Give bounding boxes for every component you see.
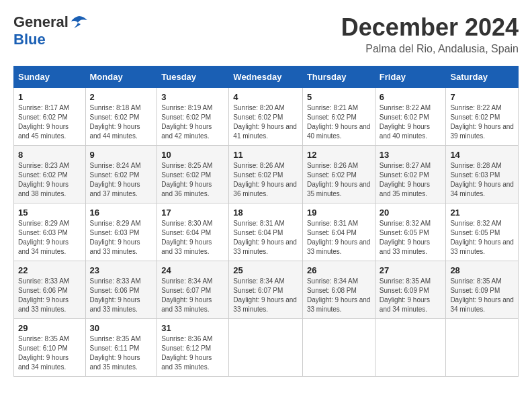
sunrise-label: Sunrise: 8:36 AM — [161, 335, 212, 342]
day-number: 12 — [307, 150, 371, 160]
daylight-label: Daylight: 9 hours and 33 minutes. — [233, 296, 297, 313]
table-row: 30 Sunrise: 8:35 AM Sunset: 6:11 PM Dayl… — [85, 319, 157, 377]
table-row: 9 Sunrise: 8:24 AM Sunset: 6:02 PM Dayli… — [85, 146, 157, 203]
table-row: 20 Sunrise: 8:32 AM Sunset: 6:05 PM Dayl… — [375, 203, 446, 261]
sunrise-label: Sunrise: 8:22 AM — [450, 104, 501, 111]
sunrise-label: Sunrise: 8:34 AM — [161, 277, 212, 285]
sunrise-label: Sunrise: 8:29 AM — [90, 220, 141, 227]
sunrise-label: Sunrise: 8:30 AM — [161, 220, 212, 227]
table-row: 23 Sunrise: 8:33 AM Sunset: 6:06 PM Dayl… — [85, 261, 157, 319]
calendar-week-row: 15 Sunrise: 8:29 AM Sunset: 6:03 PM Dayl… — [14, 203, 519, 261]
sunset-label: Sunset: 6:02 PM — [18, 171, 68, 179]
day-info: Sunrise: 8:23 AM Sunset: 6:02 PM Dayligh… — [18, 161, 81, 199]
table-row: 2 Sunrise: 8:18 AM Sunset: 6:02 PM Dayli… — [85, 88, 157, 146]
sunrise-label: Sunrise: 8:25 AM — [161, 162, 212, 169]
day-number: 6 — [380, 92, 442, 102]
table-row: 11 Sunrise: 8:26 AM Sunset: 6:02 PM Dayl… — [229, 146, 303, 203]
day-info: Sunrise: 8:35 AM Sunset: 6:10 PM Dayligh… — [18, 334, 81, 372]
day-info: Sunrise: 8:29 AM Sunset: 6:03 PM Dayligh… — [18, 219, 81, 257]
daylight-label: Daylight: 9 hours and 33 minutes. — [90, 296, 140, 313]
table-row: 28 Sunrise: 8:35 AM Sunset: 6:09 PM Dayl… — [446, 261, 519, 319]
sunset-label: Sunset: 6:02 PM — [161, 171, 211, 179]
day-number: 17 — [161, 208, 224, 218]
sunset-label: Sunset: 6:08 PM — [307, 287, 357, 294]
day-number: 25 — [233, 265, 298, 275]
sunrise-label: Sunrise: 8:26 AM — [233, 162, 284, 169]
sunset-label: Sunset: 6:02 PM — [380, 113, 429, 121]
day-number: 28 — [450, 265, 514, 275]
day-number: 13 — [380, 150, 442, 160]
sunset-label: Sunset: 6:05 PM — [380, 229, 429, 236]
calendar-week-row: 8 Sunrise: 8:23 AM Sunset: 6:02 PM Dayli… — [14, 146, 519, 203]
day-number: 16 — [90, 208, 153, 218]
daylight-label: Daylight: 9 hours and 40 minutes. — [307, 123, 371, 140]
daylight-label: Daylight: 9 hours and 35 minutes. — [161, 354, 212, 371]
day-info: Sunrise: 8:24 AM Sunset: 6:02 PM Dayligh… — [90, 161, 153, 199]
daylight-label: Daylight: 9 hours and 45 minutes. — [18, 123, 69, 140]
table-row: 13 Sunrise: 8:27 AM Sunset: 6:02 PM Dayl… — [375, 146, 446, 203]
table-row: 21 Sunrise: 8:32 AM Sunset: 6:05 PM Dayl… — [446, 203, 519, 261]
table-row: 12 Sunrise: 8:26 AM Sunset: 6:02 PM Dayl… — [302, 146, 375, 203]
day-number: 10 — [161, 150, 224, 160]
sunset-label: Sunset: 6:02 PM — [233, 171, 283, 179]
table-row: 19 Sunrise: 8:31 AM Sunset: 6:04 PM Dayl… — [302, 203, 375, 261]
logo-general-text: General — [13, 13, 69, 31]
sunset-label: Sunset: 6:03 PM — [90, 229, 140, 236]
sunrise-label: Sunrise: 8:19 AM — [161, 104, 212, 111]
table-row: 5 Sunrise: 8:21 AM Sunset: 6:02 PM Dayli… — [302, 88, 375, 146]
table-row: 7 Sunrise: 8:22 AM Sunset: 6:02 PM Dayli… — [446, 88, 519, 146]
day-number: 8 — [18, 150, 81, 160]
day-info: Sunrise: 8:31 AM Sunset: 6:04 PM Dayligh… — [307, 219, 371, 257]
sunrise-label: Sunrise: 8:35 AM — [18, 335, 69, 342]
day-info: Sunrise: 8:34 AM Sunset: 6:08 PM Dayligh… — [307, 277, 371, 314]
day-number: 2 — [90, 92, 153, 102]
sunset-label: Sunset: 6:02 PM — [233, 113, 283, 121]
sunset-label: Sunset: 6:10 PM — [18, 345, 68, 352]
sunrise-label: Sunrise: 8:31 AM — [233, 220, 284, 227]
day-number: 14 — [450, 150, 514, 160]
sunrise-label: Sunrise: 8:31 AM — [307, 220, 358, 227]
daylight-label: Daylight: 9 hours and 33 minutes. — [380, 238, 430, 255]
day-number: 4 — [233, 92, 298, 102]
table-row — [446, 319, 519, 377]
day-number: 22 — [18, 265, 81, 275]
day-info: Sunrise: 8:26 AM Sunset: 6:02 PM Dayligh… — [307, 161, 371, 199]
day-info: Sunrise: 8:27 AM Sunset: 6:02 PM Dayligh… — [380, 161, 442, 199]
table-row: 3 Sunrise: 8:19 AM Sunset: 6:02 PM Dayli… — [157, 88, 229, 146]
logo-bird-icon — [70, 15, 89, 30]
sunset-label: Sunset: 6:07 PM — [233, 287, 283, 294]
sunrise-label: Sunrise: 8:27 AM — [380, 162, 431, 169]
day-number: 29 — [18, 323, 81, 333]
day-number: 15 — [18, 208, 81, 218]
table-row: 25 Sunrise: 8:34 AM Sunset: 6:07 PM Dayl… — [229, 261, 303, 319]
header-tuesday: Tuesday — [157, 66, 229, 88]
calendar-table: Sunday Monday Tuesday Wednesday Thursday… — [13, 66, 519, 377]
sunrise-label: Sunrise: 8:34 AM — [307, 277, 358, 285]
sunset-label: Sunset: 6:02 PM — [450, 113, 500, 121]
sunset-label: Sunset: 6:06 PM — [18, 287, 68, 294]
day-number: 5 — [307, 92, 371, 102]
table-row: 1 Sunrise: 8:17 AM Sunset: 6:02 PM Dayli… — [14, 88, 86, 146]
table-row: 26 Sunrise: 8:34 AM Sunset: 6:08 PM Dayl… — [302, 261, 375, 319]
day-info: Sunrise: 8:33 AM Sunset: 6:06 PM Dayligh… — [18, 277, 81, 314]
header-monday: Monday — [85, 66, 157, 88]
day-info: Sunrise: 8:22 AM Sunset: 6:02 PM Dayligh… — [450, 103, 514, 141]
day-info: Sunrise: 8:31 AM Sunset: 6:04 PM Dayligh… — [233, 219, 298, 257]
table-row — [375, 319, 446, 377]
sunset-label: Sunset: 6:12 PM — [161, 345, 211, 352]
day-number: 18 — [233, 208, 298, 218]
table-row: 8 Sunrise: 8:23 AM Sunset: 6:02 PM Dayli… — [14, 146, 86, 203]
table-row: 31 Sunrise: 8:36 AM Sunset: 6:12 PM Dayl… — [157, 319, 229, 377]
day-number: 24 — [161, 265, 224, 275]
day-number: 7 — [450, 92, 514, 102]
sunset-label: Sunset: 6:05 PM — [450, 229, 500, 236]
table-row — [229, 319, 303, 377]
day-number: 3 — [161, 92, 224, 102]
sunset-label: Sunset: 6:02 PM — [18, 113, 68, 121]
header-friday: Friday — [375, 66, 446, 88]
daylight-label: Daylight: 9 hours and 33 minutes. — [90, 238, 140, 255]
day-info: Sunrise: 8:28 AM Sunset: 6:03 PM Dayligh… — [450, 161, 514, 199]
day-info: Sunrise: 8:34 AM Sunset: 6:07 PM Dayligh… — [161, 277, 224, 314]
day-number: 30 — [90, 323, 153, 333]
table-row: 16 Sunrise: 8:29 AM Sunset: 6:03 PM Dayl… — [85, 203, 157, 261]
